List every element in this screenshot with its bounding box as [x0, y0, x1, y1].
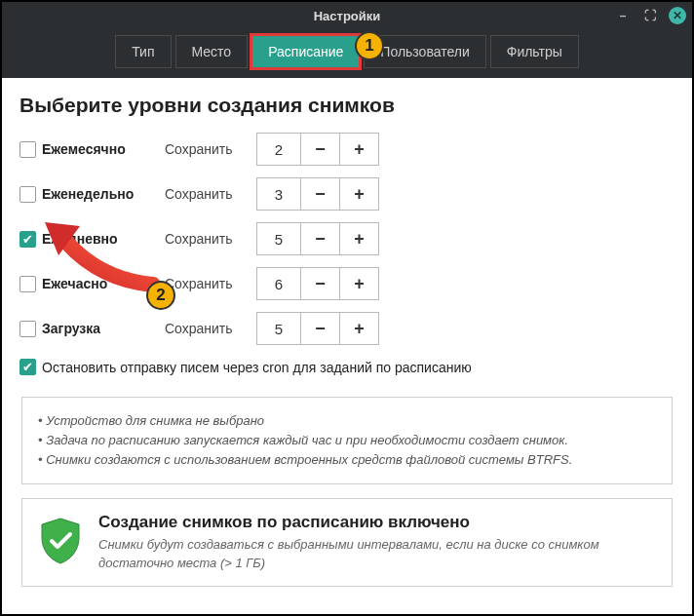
spinner-dec-monthly[interactable]: − — [301, 133, 340, 166]
checkbox-monthly[interactable] — [19, 141, 36, 158]
spinner-inc-daily[interactable]: + — [340, 222, 379, 255]
checkbox-cron[interactable]: ✔ — [19, 359, 36, 375]
level-row-hourly: Ежечасно Сохранить 6 − + — [19, 267, 675, 300]
info-line-2: • Задача по расписанию запускается кажды… — [38, 431, 656, 450]
spinner-value-daily[interactable]: 5 — [256, 222, 301, 255]
status-title: Создание снимков по расписанию включено — [98, 513, 656, 532]
spinner-dec-hourly[interactable]: − — [301, 267, 340, 300]
cron-label: Остановить отправку писем через cron для… — [42, 360, 472, 375]
spinner-value-weekly[interactable]: 3 — [256, 177, 301, 211]
status-subtitle: Снимки будут создаваться с выбранными ин… — [98, 536, 656, 571]
info-line-1: • Устройство для снимка не выбрано — [38, 411, 656, 431]
label-daily: Ежедневно — [42, 231, 118, 247]
label-hourly: Ежечасно — [42, 276, 107, 291]
cron-row: ✔ Остановить отправку писем через cron д… — [19, 359, 675, 375]
content-area: Выберите уровни создания снимков Ежемеся… — [2, 78, 692, 602]
spinner-dec-weekly[interactable]: − — [301, 177, 340, 211]
level-row-boot: Загрузка Сохранить 5 − + — [19, 312, 675, 345]
spinner-inc-hourly[interactable]: + — [340, 267, 379, 300]
spinner-weekly: 3 − + — [256, 177, 379, 211]
level-row-weekly: Еженедельно Сохранить 3 − + — [19, 177, 675, 211]
keep-label: Сохранить — [165, 186, 243, 202]
spinner-value-monthly[interactable]: 2 — [256, 133, 301, 166]
info-box: • Устройство для снимка не выбрано • Зад… — [21, 397, 673, 484]
close-button[interactable]: ✕ — [669, 7, 686, 24]
maximize-button[interactable]: ⛶ — [641, 7, 659, 24]
spinner-hourly: 6 − + — [256, 267, 379, 300]
level-row-monthly: Ежемесячно Сохранить 2 − + — [19, 133, 675, 166]
checkbox-daily[interactable]: ✔ — [19, 231, 36, 248]
window-controls: – ⛶ ✕ — [614, 2, 686, 29]
tab-location[interactable]: Место — [175, 35, 249, 68]
keep-label: Сохранить — [165, 276, 243, 291]
page-heading: Выберите уровни создания снимков — [19, 94, 675, 117]
checkbox-hourly[interactable] — [19, 276, 36, 292]
tab-bar: Тип Место Расписание Пользователи Фильтр… — [2, 29, 692, 78]
tab-schedule[interactable]: Расписание — [251, 35, 360, 68]
keep-label: Сохранить — [165, 141, 243, 157]
label-monthly: Ежемесячно — [42, 141, 126, 157]
label-boot: Загрузка — [42, 321, 100, 336]
checkbox-boot[interactable] — [19, 321, 36, 337]
spinner-value-hourly[interactable]: 6 — [256, 267, 301, 300]
label-weekly: Еженедельно — [42, 186, 134, 202]
spinner-dec-boot[interactable]: − — [301, 312, 340, 345]
titlebar: Настройки – ⛶ ✕ — [2, 2, 692, 29]
level-row-daily: ✔ Ежедневно Сохранить 5 − + — [19, 222, 675, 255]
spinner-inc-monthly[interactable]: + — [340, 133, 379, 166]
spinner-boot: 5 − + — [256, 312, 379, 345]
keep-label: Сохранить — [165, 321, 243, 336]
spinner-monthly: 2 − + — [256, 133, 379, 166]
minimize-button[interactable]: – — [614, 7, 632, 24]
status-box: Создание снимков по расписанию включено … — [21, 498, 673, 586]
checkbox-weekly[interactable] — [19, 186, 36, 203]
spinner-inc-boot[interactable]: + — [340, 312, 379, 345]
tab-filters[interactable]: Фильтры — [490, 35, 579, 68]
spinner-value-boot[interactable]: 5 — [256, 312, 301, 345]
info-line-3: • Снимки создаются с использованием встр… — [38, 450, 656, 470]
status-text: Создание снимков по расписанию включено … — [98, 513, 656, 571]
spinner-daily: 5 − + — [256, 222, 379, 255]
keep-label: Сохранить — [165, 231, 243, 247]
spinner-dec-daily[interactable]: − — [301, 222, 340, 255]
window-title: Настройки — [314, 9, 381, 23]
tab-type[interactable]: Тип — [115, 35, 171, 68]
tab-users[interactable]: Пользователи — [364, 35, 485, 68]
shield-icon — [38, 517, 83, 569]
spinner-inc-weekly[interactable]: + — [340, 177, 379, 211]
